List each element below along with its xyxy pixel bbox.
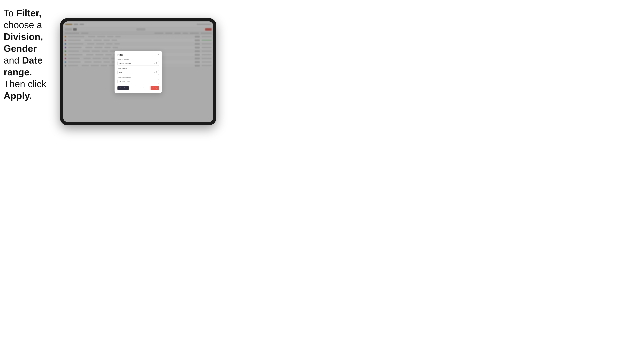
division-select[interactable]: NCAA Division I × ▲▼ — [118, 61, 159, 66]
instruction-line1: To Filter, choose a — [4, 8, 42, 30]
tablet-frame: Filter × Select a division NCAA Division… — [60, 18, 216, 125]
gender-label: Select gender — [118, 68, 159, 69]
modal-title: Filter — [118, 54, 123, 56]
date-group: Select Date range 📅 Pick a date — [118, 77, 159, 84]
cancel-button[interactable]: Cancel — [142, 86, 150, 90]
filter-modal: Filter × Select a division NCAA Division… — [114, 51, 162, 93]
tablet-screen: Filter × Select a division NCAA Division… — [63, 21, 213, 122]
gender-controls: × ▲▼ — [154, 71, 157, 74]
gender-value: Men — [119, 72, 154, 73]
gender-select[interactable]: Men × ▲▼ — [118, 70, 159, 75]
division-value: NCAA Division I — [119, 62, 154, 64]
modal-overlay: Filter × Select a division NCAA Division… — [63, 21, 213, 122]
instruction-text: To Filter, choose a Division, Gender and… — [4, 7, 62, 102]
apply-button[interactable]: Apply — [150, 86, 159, 90]
instruction-line3: and Date range. — [4, 55, 42, 77]
footer-right: Cancel Apply — [142, 86, 159, 90]
modal-footer: Clear filter Cancel Apply — [118, 86, 159, 90]
modal-header: Filter × — [118, 54, 159, 56]
calendar-icon: 📅 — [119, 81, 121, 82]
division-controls: × ▲▼ — [154, 62, 157, 64]
clear-filter-button[interactable]: Clear filter — [118, 86, 129, 90]
gender-arrows-icon: ▲▼ — [156, 71, 157, 74]
date-placeholder: Pick a date — [122, 81, 130, 82]
division-clear-icon[interactable]: × — [154, 62, 155, 64]
gender-clear-icon[interactable]: × — [154, 72, 155, 73]
date-label: Select Date range — [118, 77, 159, 78]
division-arrows-icon: ▲▼ — [156, 62, 157, 64]
instruction-line4: Then click Apply. — [4, 79, 46, 101]
instruction-bold2: Division, Gender — [4, 31, 43, 54]
gender-group: Select gender Men × ▲▼ — [118, 68, 159, 75]
division-group: Select a division NCAA Division I × ▲▼ — [118, 58, 159, 66]
close-icon[interactable]: × — [158, 54, 159, 56]
division-label: Select a division — [118, 58, 159, 60]
date-input[interactable]: 📅 Pick a date — [118, 79, 159, 84]
